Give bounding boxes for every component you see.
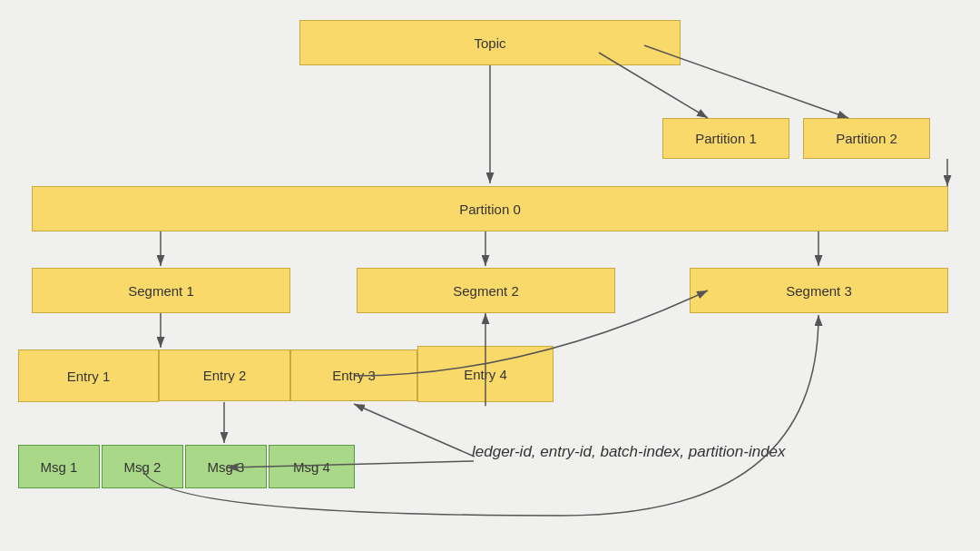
msg1-box: Msg 1 [18,445,100,488]
annotation-label: ledger-id, entry-id, batch-index, partit… [472,443,786,461]
partition2-label: Partition 2 [836,131,897,146]
msg2-box: Msg 2 [102,445,183,488]
segment2-box: Segment 2 [357,268,615,313]
partition0-box: Partition 0 [32,186,948,231]
entry4-box: Entry 4 [417,346,554,402]
msg4-box: Msg 4 [269,445,355,488]
entry2-label: Entry 2 [203,368,247,383]
partition1-label: Partition 1 [695,131,757,146]
svg-line-11 [354,404,475,457]
entry4-label: Entry 4 [464,367,507,382]
entry1-box: Entry 1 [18,349,159,402]
diagram: Topic Partition 1 Partition 2 Partition … [0,0,980,551]
partition0-label: Partition 0 [459,202,521,217]
topic-label: Topic [474,35,505,51]
msg3-box: Msg 3 [185,445,267,488]
topic-box: Topic [299,20,681,65]
segment1-box: Segment 1 [32,268,290,313]
partition1-box: Partition 1 [662,118,789,159]
segment3-box: Segment 3 [690,268,948,313]
segment3-label: Segment 3 [786,283,852,299]
entry3-label: Entry 3 [332,368,376,383]
segment1-label: Segment 1 [128,283,194,299]
msg1-label: Msg 1 [41,459,78,475]
msg2-label: Msg 2 [124,459,162,475]
entry1-label: Entry 1 [67,369,111,384]
entry3-box: Entry 3 [290,349,417,401]
entry2-box: Entry 2 [159,349,290,401]
segment2-label: Segment 2 [453,283,519,299]
partition2-box: Partition 2 [803,118,930,159]
msg4-label: Msg 4 [293,459,330,475]
msg3-label: Msg 3 [208,459,245,475]
